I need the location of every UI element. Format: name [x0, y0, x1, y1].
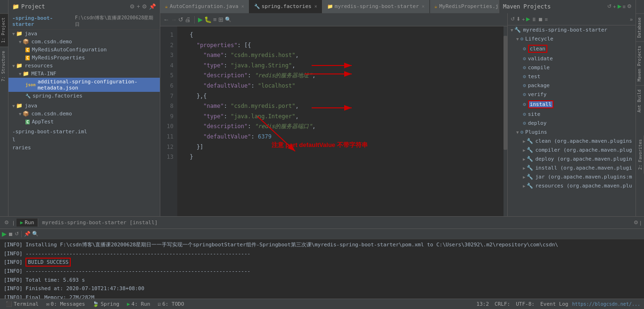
maven-install-item[interactable]: ⚙ install — [508, 99, 636, 110]
editor-back-btn[interactable]: ← — [163, 16, 169, 23]
right-vertical-spacer — [636, 0, 644, 13]
maven-run-btn[interactable]: ▶ — [618, 3, 621, 9]
maven-settings-btn[interactable]: ⚙ — [627, 3, 632, 9]
tab-autoconfiguration-close[interactable]: × — [241, 4, 244, 9]
tree-meta-inf[interactable]: ▼ 📁 META-INF — [8, 70, 160, 78]
maven-tool-1[interactable]: ↺ — [511, 16, 515, 22]
maven-deploy-item[interactable]: ⚙ deploy — [508, 119, 636, 128]
status-tab-terminal[interactable]: ⬛ Terminal — [4, 301, 41, 307]
editor-run-btn[interactable]: ▶ — [198, 16, 203, 23]
maven-plugin-jar[interactable]: ▶ 🔧 jar (org.apache.maven.plugins:m — [508, 172, 636, 181]
tree-com-csdn-demo-2[interactable]: ▼ 📦 com.csdn.demo — [8, 110, 160, 118]
maven-plugin-clean[interactable]: ▶ 🔧 clean (org.apache.maven.plugins — [508, 137, 636, 146]
run-restart-btn[interactable]: ↺ — [15, 231, 19, 237]
maven-tool-3[interactable]: + — [522, 16, 525, 22]
left-vert-structure[interactable]: 7: Structure — [0, 47, 8, 85]
status-tab-todo[interactable]: ☑ 6: TODO — [156, 301, 186, 307]
right-favorites-tab[interactable]: 2: Favorites — [637, 135, 644, 173]
tab-autoconfiguration[interactable]: ☕ AutoConfiguration.java × — [160, 0, 249, 13]
status-tab-messages[interactable]: ✉ 0: Messages — [44, 301, 87, 307]
maven-test-item[interactable]: ⚙ test — [508, 72, 636, 81]
bottom-settings-btn[interactable]: ⚙ — [634, 220, 638, 226]
status-tab-run4[interactable]: ▶ 4: Run — [125, 301, 152, 307]
maven-site-item[interactable]: ⚙ site — [508, 110, 636, 119]
editor-search-btn[interactable]: 🔍 — [225, 16, 231, 23]
bottom-more-btn[interactable]: | — [640, 220, 641, 226]
tab-myredis-spring[interactable]: 📁 myredis-spring-boot-starter × — [322, 0, 430, 13]
maven-project-root[interactable]: ▼ 🔧 myredis-spring-boot-starter — [508, 25, 636, 34]
run-filter-btn[interactable]: 🔍 — [32, 231, 39, 237]
editor-print-btn[interactable]: 🖨 — [185, 16, 191, 23]
maven-plugin-install[interactable]: ▶ 🔧 install (org.apache.maven.plugi — [508, 163, 636, 172]
tree-l[interactable]: l — [8, 136, 160, 144]
editor-split-btn[interactable]: ⊞ — [218, 16, 223, 23]
tree-raries[interactable]: raries — [8, 144, 160, 152]
maven-more-btn[interactable]: ≡ — [623, 3, 626, 9]
messages-label: 0: Messages — [51, 301, 85, 307]
tree-myredis-properties[interactable]: C MyRedisProperties — [8, 54, 160, 62]
maven-package-item[interactable]: ⚙ package — [508, 81, 636, 90]
maven-tool-7[interactable]: ≡ — [545, 16, 547, 22]
editor-debug-btn[interactable]: 🐛 — [204, 16, 212, 23]
editor-more-btn[interactable]: ≡ — [213, 16, 217, 23]
tab-spring-factories-close[interactable]: × — [314, 4, 317, 9]
project-settings-btn[interactable]: ⚙ — [130, 3, 135, 10]
maven-refresh-btn[interactable]: ↺ — [607, 3, 611, 9]
maven-tool-8[interactable]: » — [630, 16, 633, 22]
maven-validate-item[interactable]: ⚙ validate — [508, 54, 636, 63]
bottom-output[interactable]: [INFO] Installing F:\csdn博客\直播课20200628星… — [0, 239, 644, 299]
maven-verify-item[interactable]: ⚙ verify — [508, 90, 636, 99]
tree-myredis-autoconfig[interactable]: C MyRedisAutoConfiguration — [8, 46, 160, 54]
editor-minimap — [504, 26, 507, 216]
project-add-btn[interactable]: + — [137, 3, 140, 10]
maven-tool-2[interactable]: ⬇ — [516, 16, 520, 22]
bottom-toolbar-btn-1[interactable]: ⚙ — [3, 220, 10, 226]
line-num-1: 1 — [162, 30, 173, 41]
event-log[interactable]: Event Log — [540, 301, 569, 307]
tree-resources[interactable]: ▼ 📁 resources — [8, 62, 160, 70]
maven-plugin-deploy-arrow: ▶ — [523, 157, 525, 162]
maven-clean-item[interactable]: ⚙ clean — [508, 43, 636, 54]
project-pin-btn[interactable]: 📌 — [149, 3, 156, 10]
bottom-toolbar-btn-2[interactable]: | — [11, 220, 16, 226]
maven-tool-4[interactable]: ▶ — [526, 16, 530, 22]
code-content[interactable]: { "properties": [{ "name": "csdn.myredis… — [177, 26, 504, 216]
editor-forward-btn[interactable]: → — [171, 16, 177, 23]
code-editor[interactable]: 1 2 3 4 5 6 7 8 9 10 11 12 13 { — [160, 26, 507, 216]
maven-plugin-compiler[interactable]: ▶ 🔧 compiler (org.apache.maven.plug — [508, 146, 636, 154]
tree-java-2[interactable]: ▼ 📁 java — [8, 102, 160, 110]
minimap-thumb[interactable] — [504, 36, 507, 150]
project-name-label: -spring-boot-starter — [12, 15, 73, 27]
maven-lifecycle-folder[interactable]: ▼ ⚙ Lifecycle — [508, 34, 636, 43]
run-play-btn[interactable]: ▶ — [2, 230, 7, 237]
run-stop-btn[interactable]: ⏹ — [8, 231, 13, 237]
tab-myredis-properties[interactable]: ☕ MyRedisProperties.java × — [430, 0, 499, 13]
tree-apptest[interactable]: C AppTest — [8, 118, 160, 126]
line-num-9: 9 — [162, 112, 173, 122]
status-tab-spring[interactable]: 🍃 Spring — [91, 301, 121, 307]
tab-myredis-spring-close[interactable]: × — [422, 4, 425, 9]
maven-plugins-folder[interactable]: ▼ ⚙ Plugins — [508, 128, 636, 137]
tree-java-1[interactable]: ▼ 📁 java — [8, 30, 160, 38]
project-gear-btn[interactable]: ⚙ — [142, 3, 147, 10]
maven-plugin-deploy[interactable]: ▶ 🔧 deploy (org.apache.maven.plugin — [508, 154, 636, 163]
maven-tool-5[interactable]: ⏸ — [531, 16, 537, 22]
tree-com-csdn-demo-1[interactable]: ▼ 📦 com.csdn.demo — [8, 38, 160, 46]
maven-compile-item[interactable]: ⚙ compile — [508, 63, 636, 72]
run-scroll-btn[interactable]: 📌 — [24, 231, 31, 237]
left-vert-project[interactable]: 1: Project — [0, 13, 8, 47]
tree-spring-factories[interactable]: 🔧 spring.factories — [8, 92, 160, 100]
tab-spring-factories[interactable]: 🔧 spring.factories × — [249, 0, 322, 13]
right-vert-maven[interactable]: Maven Projects — [636, 41, 644, 85]
maven-tool-6[interactable]: ⏹ — [538, 16, 543, 22]
output-line-1: [INFO] Installing F:\csdn博客\直播课20200628星… — [4, 241, 640, 250]
right-vert-ant[interactable]: Ant Build — [636, 85, 644, 116]
right-vert-database[interactable]: Database — [636, 13, 644, 41]
tree-iml[interactable]: -spring-boot-starter.iml — [8, 128, 160, 136]
maven-add-btn[interactable]: + — [613, 3, 616, 9]
maven-plugin-resources[interactable]: ▶ 🔧 resources (org.apache.maven.plu — [508, 181, 636, 190]
tree-additional-json[interactable]: json additional-spring-configuration-met… — [8, 78, 160, 92]
maven-site-label: site — [528, 111, 541, 117]
bottom-tab-run[interactable]: ▶ Run — [17, 219, 39, 227]
editor-refresh-btn[interactable]: ↺ — [178, 16, 183, 23]
